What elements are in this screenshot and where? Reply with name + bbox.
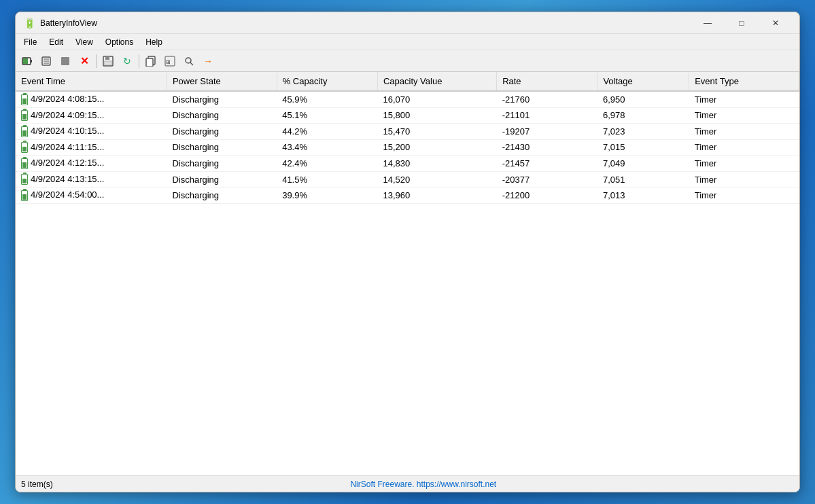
window-title: BatteryInfoView [40, 18, 692, 28]
battery-row-icon [21, 94, 28, 105]
cell-pct-capacity: 43.4% [277, 139, 377, 156]
cell-event-type: Timer [689, 187, 799, 204]
cell-capacity-value: 14,520 [377, 171, 496, 187]
cell-capacity-value: 16,070 [377, 91, 496, 107]
cell-capacity-value: 15,800 [377, 107, 496, 124]
cell-power-state: Discharging [167, 91, 277, 107]
toolbar-save[interactable] [99, 53, 117, 69]
cell-event-time: 4/9/2024 4:09:15... [16, 107, 167, 124]
menu-file[interactable]: File [18, 36, 42, 48]
cell-pct-capacity: 45.9% [277, 91, 377, 107]
cell-capacity-value: 15,470 [377, 124, 496, 140]
cell-event-type: Timer [689, 156, 799, 172]
nirsoft-link[interactable]: NirSoft Freeware. https://www.nirsoft.ne… [53, 480, 794, 489]
title-bar: 🔋 BatteryInfoView — □ ✕ [16, 12, 799, 34]
cell-power-state: Discharging [167, 139, 277, 156]
toolbar-refresh[interactable]: ↻ [118, 53, 136, 69]
cell-capacity-value: 15,200 [377, 139, 496, 156]
cell-power-state: Discharging [167, 187, 277, 204]
table-header-row: Event Time Power State % Capacity Capaci… [16, 72, 799, 91]
minimize-button[interactable]: — [692, 14, 723, 33]
svg-rect-12 [146, 58, 153, 67]
toolbar-log-view[interactable] [37, 53, 55, 69]
cell-voltage: 6,978 [597, 107, 689, 124]
toolbar-sep1 [96, 54, 97, 68]
content-area: Event Time Power State % Capacity Capaci… [16, 72, 799, 475]
col-header-rate[interactable]: Rate [497, 72, 597, 91]
cell-voltage: 7,051 [597, 171, 689, 187]
cell-rate: -19207 [497, 124, 597, 140]
toolbar-stop[interactable] [56, 53, 74, 69]
toolbar-web-search[interactable] [180, 53, 198, 69]
cell-pct-capacity: 39.9% [277, 187, 377, 204]
col-header-pct-capacity[interactable]: % Capacity [277, 72, 377, 91]
battery-row-icon [21, 174, 28, 185]
cell-rate: -21430 [497, 139, 597, 156]
cell-pct-capacity: 41.5% [277, 171, 377, 187]
table-row[interactable]: 4/9/2024 4:10:15...Discharging44.2%15,47… [16, 124, 799, 140]
status-bar: 5 item(s) NirSoft Freeware. https://www.… [16, 475, 799, 492]
menu-edit[interactable]: Edit [44, 36, 69, 48]
cell-event-type: Timer [689, 124, 799, 140]
cell-capacity-value: 14,830 [377, 156, 496, 172]
table-row[interactable]: 4/9/2024 4:54:00...Discharging39.9%13,96… [16, 187, 799, 204]
battery-row-icon [21, 142, 28, 153]
table-row[interactable]: 4/9/2024 4:09:15...Discharging45.1%15,80… [16, 107, 799, 124]
cell-power-state: Discharging [167, 171, 277, 187]
cell-pct-capacity: 44.2% [277, 124, 377, 140]
cell-event-time: 4/9/2024 4:11:15... [16, 139, 167, 156]
cell-voltage: 6,950 [597, 91, 689, 107]
cell-event-time: 4/9/2024 4:54:00... [16, 187, 167, 204]
battery-row-icon [21, 190, 28, 201]
toolbar-copy-html[interactable]: ⊞ [161, 53, 179, 69]
toolbar-battery-info[interactable] [18, 53, 36, 69]
cell-voltage: 7,013 [597, 187, 689, 204]
col-header-event-type[interactable]: Event Type [689, 72, 799, 91]
table-row[interactable]: 4/9/2024 4:08:15...Discharging45.9%16,07… [16, 91, 799, 107]
cell-rate: -20377 [497, 171, 597, 187]
col-header-event-time[interactable]: Event Time [16, 72, 167, 91]
toolbar-properties[interactable]: → [199, 53, 217, 69]
svg-rect-7 [61, 57, 69, 65]
items-count: 5 item(s) [21, 480, 53, 489]
data-table: Event Time Power State % Capacity Capaci… [16, 72, 799, 204]
cell-event-type: Timer [689, 107, 799, 124]
close-button[interactable]: ✕ [760, 14, 791, 33]
svg-rect-10 [104, 61, 112, 65]
battery-row-icon [21, 110, 28, 121]
window-controls: — □ ✕ [692, 14, 791, 33]
cell-event-time: 4/9/2024 4:10:15... [16, 124, 167, 140]
cell-power-state: Discharging [167, 124, 277, 140]
cell-rate: -21200 [497, 187, 597, 204]
cell-pct-capacity: 45.1% [277, 107, 377, 124]
svg-line-16 [190, 62, 193, 65]
col-header-voltage[interactable]: Voltage [597, 72, 689, 91]
col-header-power-state[interactable]: Power State [167, 72, 277, 91]
toolbar-delete[interactable]: ✕ [75, 53, 93, 69]
maximize-button[interactable]: □ [726, 14, 757, 33]
col-header-capacity-value[interactable]: Capacity Value [377, 72, 496, 91]
table-body: 4/9/2024 4:08:15...Discharging45.9%16,07… [16, 91, 799, 203]
menu-bar: File Edit View Options Help [16, 34, 799, 50]
cell-power-state: Discharging [167, 107, 277, 124]
table-row[interactable]: 4/9/2024 4:12:15...Discharging42.4%14,83… [16, 156, 799, 172]
cell-event-time: 4/9/2024 4:08:15... [16, 91, 167, 107]
cell-voltage: 7,023 [597, 124, 689, 140]
table-row[interactable]: 4/9/2024 4:13:15...Discharging41.5%14,52… [16, 171, 799, 187]
cell-event-type: Timer [689, 171, 799, 187]
main-window: 🔋 BatteryInfoView — □ ✕ File Edit View O… [15, 12, 800, 492]
svg-point-15 [186, 58, 191, 63]
battery-row-icon [21, 158, 28, 169]
table-container[interactable]: Event Time Power State % Capacity Capaci… [16, 72, 799, 475]
cell-event-time: 4/9/2024 4:13:15... [16, 171, 167, 187]
battery-row-icon [21, 126, 28, 137]
menu-view[interactable]: View [70, 36, 99, 48]
cell-capacity-value: 13,960 [377, 187, 496, 204]
toolbar-copy[interactable] [142, 53, 160, 69]
svg-rect-9 [105, 56, 109, 60]
cell-voltage: 7,049 [597, 156, 689, 172]
menu-help[interactable]: Help [140, 36, 168, 48]
table-row[interactable]: 4/9/2024 4:11:15...Discharging43.4%15,20… [16, 139, 799, 156]
svg-text:⊞: ⊞ [166, 59, 171, 65]
menu-options[interactable]: Options [100, 36, 139, 48]
